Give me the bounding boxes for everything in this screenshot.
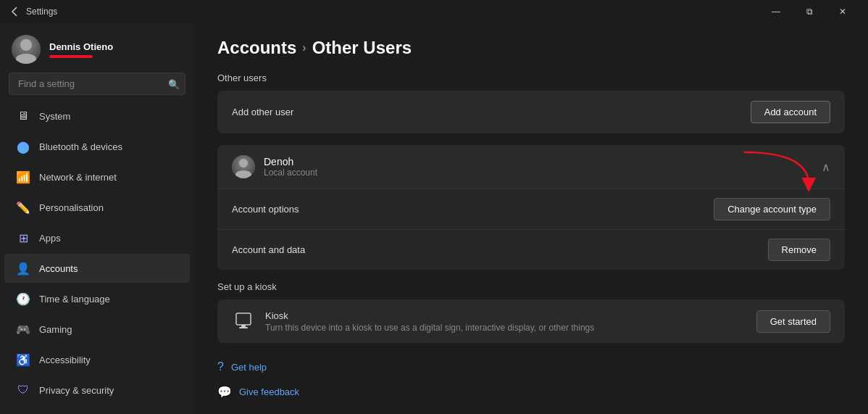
accounts-icon: 👤 xyxy=(16,261,30,276)
sidebar-item-system-label: System xyxy=(39,111,70,122)
search-icon: 🔍 xyxy=(168,78,180,89)
personalisation-icon: ✏️ xyxy=(16,200,30,215)
add-other-user-card: Add other user Add account xyxy=(217,91,845,133)
kiosk-title: Kiosk xyxy=(265,310,746,321)
account-sub: Local account xyxy=(264,167,813,178)
remove-button[interactable]: Remove xyxy=(768,239,830,261)
main-content: Accounts › Other Users Other users Add o… xyxy=(194,23,868,414)
account-options-row: Account options Change account type xyxy=(217,189,845,230)
breadcrumb: Accounts › Other Users xyxy=(217,38,845,58)
sidebar-item-privacy[interactable]: 🛡 Privacy & security xyxy=(4,376,190,405)
close-button[interactable]: ✕ xyxy=(826,0,859,23)
change-account-type-button[interactable]: Change account type xyxy=(714,198,830,220)
maximize-button[interactable]: ⧉ xyxy=(793,0,826,23)
section-kiosk-title: Set up a kiosk xyxy=(217,281,845,292)
denoh-account-card: Denoh Local account ∧ Account options Ch… xyxy=(217,145,845,270)
account-and-data-label: Account and data xyxy=(232,244,768,255)
sidebar-item-gaming-label: Gaming xyxy=(39,324,72,335)
avatar-image xyxy=(12,35,41,64)
time-icon: 🕐 xyxy=(16,291,30,306)
sidebar-item-gaming[interactable]: 🎮 Gaming xyxy=(4,315,190,344)
system-icon: 🖥 xyxy=(16,109,30,123)
breadcrumb-separator: › xyxy=(302,41,306,54)
privacy-icon: 🛡 xyxy=(16,383,30,397)
account-and-data-row: Account and data Remove xyxy=(217,230,845,270)
sidebar-item-accounts-label: Accounts xyxy=(39,263,78,274)
account-header[interactable]: Denoh Local account ∧ xyxy=(217,145,845,189)
kiosk-sub: Turn this device into a kiosk to use as … xyxy=(265,323,746,333)
app-title: Settings xyxy=(26,7,57,17)
sidebar-item-time[interactable]: 🕐 Time & language xyxy=(4,284,190,313)
breadcrumb-child: Other Users xyxy=(312,38,412,58)
accessibility-icon: ♿ xyxy=(16,352,30,367)
account-info: Denoh Local account xyxy=(264,156,813,178)
sidebar-item-accessibility[interactable]: ♿ Accessibility xyxy=(4,345,190,374)
minimize-button[interactable]: — xyxy=(759,0,793,23)
sidebar-item-network-label: Network & internet xyxy=(39,172,117,183)
bluetooth-icon: ⬤ xyxy=(16,139,30,154)
account-name: Denoh xyxy=(264,156,813,167)
kiosk-card: Kiosk Turn this device into a kiosk to u… xyxy=(217,299,845,343)
get-help-icon: ? xyxy=(217,360,224,373)
give-feedback-icon: 💬 xyxy=(217,385,232,399)
get-help-label: Get help xyxy=(231,362,267,373)
apps-icon: ⊞ xyxy=(16,231,30,245)
sidebar-item-bluetooth-label: Bluetooth & devices xyxy=(39,141,122,152)
window-controls: — ⧉ ✕ xyxy=(759,0,859,23)
search-box: 🔍 xyxy=(9,73,185,95)
kiosk-text: Kiosk Turn this device into a kiosk to u… xyxy=(265,310,746,333)
sidebar-item-update[interactable]: 🔄 Windows Update xyxy=(4,406,190,414)
breadcrumb-parent[interactable]: Accounts xyxy=(217,38,296,58)
avatar xyxy=(12,35,41,64)
add-account-button[interactable]: Add account xyxy=(751,101,830,123)
search-input[interactable] xyxy=(9,73,185,95)
sidebar: Dennis Otieno 🔍 🖥 System ⬤ Bluetooth & d… xyxy=(0,23,194,414)
sidebar-item-accessibility-label: Accessibility xyxy=(39,355,91,365)
sidebar-item-network[interactable]: 📶 Network & internet xyxy=(4,162,190,191)
add-other-user-label: Add other user xyxy=(232,107,751,117)
sidebar-item-personalisation[interactable]: ✏️ Personalisation xyxy=(4,193,190,222)
sidebar-item-apps[interactable]: ⊞ Apps xyxy=(4,223,190,252)
sidebar-item-bluetooth[interactable]: ⬤ Bluetooth & devices xyxy=(4,132,190,161)
account-avatar xyxy=(232,155,255,178)
network-icon: 📶 xyxy=(16,170,30,184)
add-other-user-row: Add other user Add account xyxy=(217,91,845,133)
user-name: Dennis Otieno xyxy=(49,41,183,52)
svg-rect-1 xyxy=(236,313,251,325)
get-started-button[interactable]: Get started xyxy=(756,310,830,333)
sidebar-item-system[interactable]: 🖥 System xyxy=(4,102,190,131)
section-other-users-title: Other users xyxy=(217,73,845,83)
get-help-link[interactable]: ? Get help xyxy=(217,355,845,379)
user-bar-decoration xyxy=(49,55,93,58)
app-body: Dennis Otieno 🔍 🖥 System ⬤ Bluetooth & d… xyxy=(0,23,868,414)
sidebar-item-apps-label: Apps xyxy=(39,233,61,244)
title-bar: Settings — ⧉ ✕ xyxy=(0,0,868,23)
back-icon[interactable] xyxy=(9,6,20,17)
sidebar-item-personalisation-label: Personalisation xyxy=(39,202,104,213)
sidebar-item-accounts[interactable]: 👤 Accounts xyxy=(4,254,190,283)
sidebar-item-privacy-label: Privacy & security xyxy=(39,385,114,396)
chevron-up-icon: ∧ xyxy=(822,160,830,174)
gaming-icon: 🎮 xyxy=(16,322,30,336)
svg-rect-3 xyxy=(239,327,248,328)
user-profile[interactable]: Dennis Otieno xyxy=(0,23,194,73)
account-options-label: Account options xyxy=(232,204,714,215)
account-avatar-image xyxy=(232,155,255,178)
kiosk-row: Kiosk Turn this device into a kiosk to u… xyxy=(217,299,845,343)
svg-rect-2 xyxy=(241,325,246,327)
user-info: Dennis Otieno xyxy=(49,41,183,58)
kiosk-icon xyxy=(232,310,255,333)
give-feedback-label: Give feedback xyxy=(239,386,299,397)
sidebar-item-time-label: Time & language xyxy=(39,294,110,305)
give-feedback-link[interactable]: 💬 Give feedback xyxy=(217,379,845,405)
